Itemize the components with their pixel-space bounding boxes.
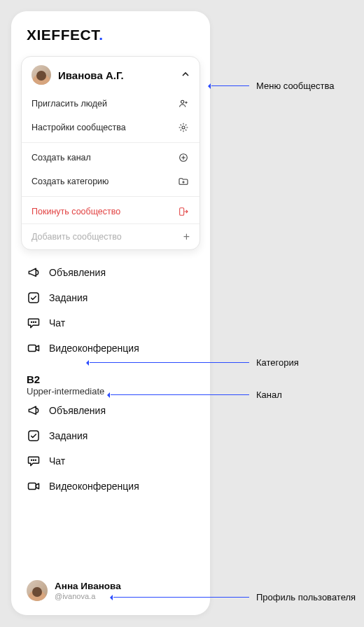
menu-item-label: Создать категорию [31,177,108,186]
svg-point-5 [31,322,32,322]
chevron-up-icon [181,69,190,81]
menu-item-label: Создать канал [31,153,91,163]
menu-item-leave[interactable]: Покинуть сообщество [22,200,200,223]
svg-rect-4 [29,293,38,303]
logo-text: XIEFFECT [27,27,99,43]
megaphone-icon [27,404,41,418]
video-icon [27,341,41,355]
video-icon [27,479,41,493]
user-name: Анна Иванова [55,581,121,592]
channel-label: Задания [49,430,88,441]
channel-label: Чат [49,455,65,467]
menu-separator [22,196,200,197]
megaphone-icon [27,266,41,280]
menu-item-create-channel[interactable]: Создать канал [22,146,200,170]
chat-icon [27,316,41,330]
exit-icon [177,205,190,218]
channel-label: Объявления [49,267,106,278]
menu-item-settings[interactable]: Настройки сообщества [22,116,200,139]
community-menu-header[interactable]: Иванова А.Г. [22,57,200,92]
svg-rect-8 [29,345,36,351]
svg-point-1 [182,126,185,129]
check-icon [27,291,41,305]
channel-label: Видеоконференция [49,481,139,492]
channel-label: Объявления [49,405,106,416]
annotation-label: Канал [256,390,282,400]
annotation-community-menu: Меню сообщества [211,81,335,91]
annotation-channel: Канал [111,390,282,400]
svg-point-11 [34,460,34,460]
menu-item-label: Пригласить людей [31,99,107,109]
annotation-label: Профиль пользователя [256,592,356,602]
check-icon [27,429,41,443]
menu-item-create-category[interactable]: Создать категорию [22,170,200,193]
svg-point-7 [35,322,36,322]
channel-item-tasks[interactable]: Задания [27,285,195,310]
community-owner-name: Иванова А.Г. [58,69,174,81]
add-community-row[interactable]: Добавить сообщество + [22,223,200,249]
channel-item-chat[interactable]: Чат [27,310,195,336]
chat-icon [27,454,41,468]
channel-item-video-b2[interactable]: Видеоконференция [27,474,195,499]
annotation-profile: Профиль пользователя [113,592,356,602]
channel-list: Объявления Задания Чат Видеоконференция … [11,250,210,573]
svg-point-12 [35,460,36,460]
menu-item-label: Настройки сообщества [31,123,126,132]
menu-item-invite[interactable]: Пригласить людей [22,92,200,116]
channel-label: Видеоконференция [49,343,139,354]
channel-item-tasks-b2[interactable]: Задания [27,423,195,448]
sidebar-panel: XIEFFECT. Иванова А.Г. Пригласить людей … [11,11,210,615]
community-menu-card: Иванова А.Г. Пригласить людей Настройки … [21,56,200,250]
annotation-label: Категория [256,357,299,368]
svg-rect-9 [29,431,38,441]
svg-rect-13 [29,483,36,489]
app-logo: XIEFFECT. [11,27,210,56]
gear-icon [177,121,190,134]
annotation-category: Категория [90,357,299,368]
channel-item-chat-b2[interactable]: Чат [27,448,195,474]
menu-separator [22,142,200,143]
logo-dot: . [99,27,103,43]
plus-icon: + [183,231,190,242]
community-owner-avatar [31,65,51,85]
svg-point-6 [34,322,34,322]
svg-rect-3 [180,208,184,216]
svg-point-0 [181,100,184,103]
user-avatar [27,580,48,601]
channel-item-announcements-b2[interactable]: Объявления [27,398,195,423]
svg-point-10 [31,460,32,460]
folder-plus-icon [177,175,190,188]
annotation-label: Меню сообщества [256,81,335,91]
channel-item-announcements[interactable]: Объявления [27,260,195,285]
add-community-label: Добавить сообщество [31,232,122,242]
channel-label: Чат [49,317,65,329]
channel-label: Задания [49,292,88,303]
menu-item-label: Покинуть сообщество [31,207,120,216]
circle-plus-icon [177,151,190,164]
category-title: B2 [27,373,195,385]
user-plus-icon [177,97,190,110]
